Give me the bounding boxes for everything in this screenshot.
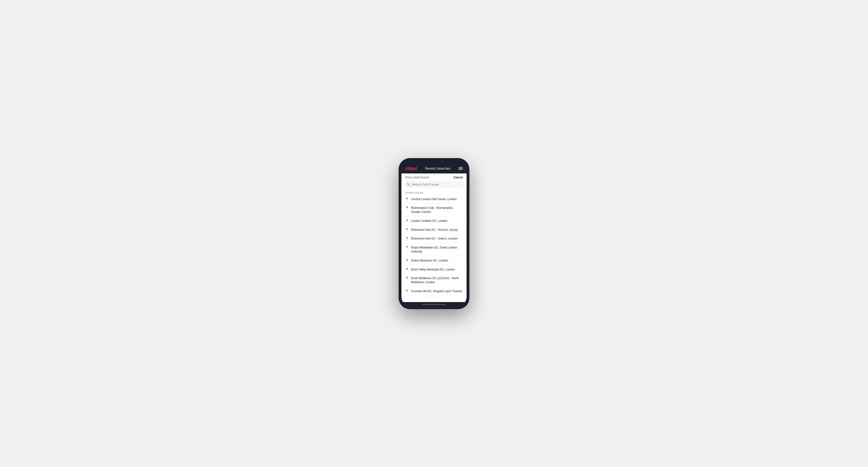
pin-icon: 📍 [405,259,409,262]
app-logo: clippd [405,166,417,171]
home-bar [422,304,446,305]
course-item[interactable]: 📍Richmond Park GC - Duke's, London [401,234,467,243]
course-name: Richmond Park GC - Prince's, Surrey [411,228,458,232]
nav-bar: clippd Recent Searches [401,164,467,174]
status-bar [401,161,467,164]
course-item[interactable]: 📍Richmond Park GC - Prince's, Surrey [401,226,467,235]
pin-icon: 📍 [405,289,409,293]
search-input-container: 🔍 [404,181,464,188]
pin-icon: 📍 [405,246,409,249]
course-item[interactable]: 📍Brent Valley Municipal GC, London [401,265,467,274]
course-item[interactable]: 📍Coombe Hill GC, Kingston upon Thames [401,287,467,296]
pin-icon: 📍 [405,237,409,240]
search-wrapper: 🔍 [401,181,467,190]
course-item[interactable]: 📍Dukes Meadows GC, London [401,256,467,265]
home-indicator [401,302,467,306]
course-list: 📍Central London Golf Centre, London📍Roeh… [401,195,467,296]
search-icon: 🔍 [407,183,410,186]
find-bar: Find a Golf Course Cancel [401,174,467,181]
cancel-button[interactable]: Cancel [454,176,463,179]
phone-screen: clippd Recent Searches Find a Golf Cours… [401,161,467,306]
pin-icon: 📍 [405,197,409,201]
course-name: Royal Wimbledon GC, Great London Authori… [411,246,463,254]
course-item[interactable]: 📍London Scottish GC, London [401,217,467,226]
course-item[interactable]: 📍Roehampton Club - Roehampton, Greater L… [401,204,467,217]
pin-icon: 📍 [405,219,409,222]
pin-icon: 📍 [405,206,409,210]
course-name: Central London Golf Centre, London [411,197,457,201]
phone-device: clippd Recent Searches Find a Golf Cours… [399,158,469,309]
menu-icon[interactable] [459,167,463,170]
course-name: Richmond Park GC - Duke's, London [411,237,458,241]
main-content: Find a Golf Course Cancel 🔍 Nearby cours… [401,174,467,302]
nearby-section: Nearby courses 📍Central London Golf Cent… [401,190,467,302]
course-item[interactable]: 📍North Middlesex GC (1011942 - North Mid… [401,274,467,287]
course-item[interactable]: 📍Central London Golf Centre, London [401,195,467,204]
course-name: Coombe Hill GC, Kingston upon Thames [411,289,462,293]
find-label: Find a Golf Course [405,176,429,179]
course-name: Brent Valley Municipal GC, London [411,268,455,272]
course-item[interactable]: 📍Royal Wimbledon GC, Great London Author… [401,243,467,256]
nav-title: Recent Searches [425,166,450,170]
course-name: Roehampton Club - Roehampton, Greater Lo… [411,206,463,214]
course-name: London Scottish GC, London [411,219,447,223]
pin-icon: 📍 [405,277,409,280]
course-name: Dukes Meadows GC, London [411,259,448,262]
nearby-label: Nearby courses [401,190,467,195]
pin-icon: 📍 [405,228,409,231]
search-input[interactable] [412,183,461,186]
pin-icon: 📍 [405,268,409,271]
course-name: North Middlesex GC (1011942 - North Midd… [411,276,463,284]
